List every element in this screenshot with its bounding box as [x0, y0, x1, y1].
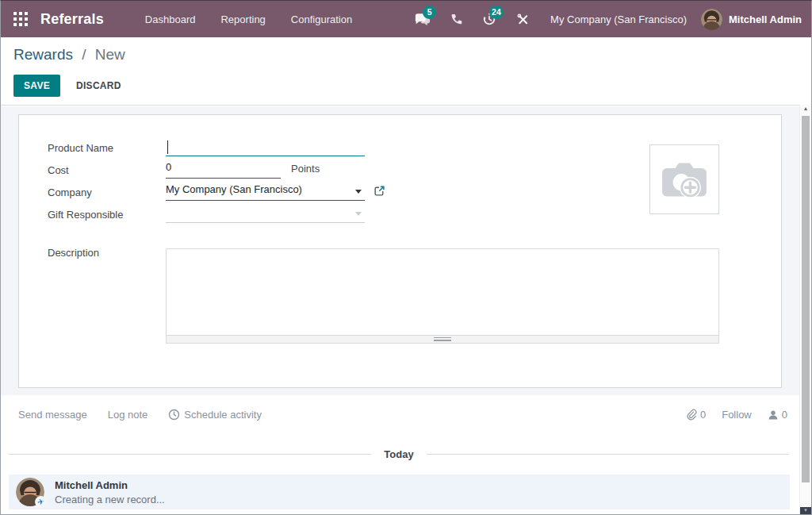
breadcrumb-separator: / [82, 46, 86, 63]
discard-button[interactable]: DISCARD [67, 75, 131, 97]
description-textarea[interactable] [166, 248, 719, 336]
odoo-referrals-screen: Referrals Dashboard Reporting Configurat… [0, 0, 812, 515]
company-select[interactable]: My Company (San Francisco) [166, 183, 365, 201]
breadcrumb-rewards-link[interactable]: Rewards [13, 46, 73, 63]
message-text: Creating a new record... [55, 494, 165, 505]
follow-label: Follow [722, 409, 752, 421]
menu-dashboard[interactable]: Dashboard [134, 9, 207, 30]
menu-reporting[interactable]: Reporting [209, 9, 276, 30]
message-author[interactable]: Mitchell Admin [55, 479, 165, 491]
form-action-buttons: SAVE DISCARD [13, 75, 131, 97]
scrollbar-thumb[interactable] [802, 116, 810, 482]
cost-field-row: 0 Points [166, 161, 499, 179]
company-switcher[interactable]: My Company (San Francisco) [550, 13, 687, 25]
debug-tools-button[interactable] [513, 10, 532, 29]
product-image-upload[interactable] [649, 144, 719, 214]
description-label: Description [48, 247, 163, 259]
text-cursor [167, 140, 168, 154]
attachments-button[interactable]: 0 [685, 409, 706, 421]
date-divider-label: Today [384, 448, 413, 460]
chatter-topbar-right: 0 Follow 0 [685, 409, 787, 421]
app-title: Referrals [40, 11, 104, 28]
cost-label: Cost [48, 164, 163, 176]
user-avatar [701, 9, 722, 30]
menu-configuration[interactable]: Configuration [280, 9, 363, 30]
chatter-message[interactable]: ✈ Mitchell Admin Creating a new record..… [9, 475, 790, 509]
apps-menu-button[interactable] [10, 9, 31, 29]
attachment-count: 0 [700, 409, 706, 421]
scroll-down-icon[interactable]: ▼ [800, 507, 811, 514]
date-divider: Today [9, 448, 789, 460]
main-menu: Dashboard Reporting Configuration [134, 9, 363, 30]
clock-icon [168, 409, 180, 421]
phone-icon [450, 13, 463, 26]
cost-unit-label: Points [291, 163, 320, 175]
user-name: Mitchell Admin [729, 13, 802, 25]
product-name-input[interactable] [166, 139, 365, 156]
schedule-activity-label: Schedule activity [184, 409, 262, 421]
send-message-button[interactable]: Send message [18, 409, 87, 421]
navbar-systray: 5 24 [406, 9, 802, 30]
activities-badge: 24 [489, 6, 504, 19]
textarea-resize-handle[interactable] [166, 336, 719, 344]
save-button[interactable]: SAVE [13, 75, 60, 97]
breadcrumb-current: New [95, 46, 125, 63]
message-avatar: ✈ [16, 478, 44, 506]
control-panel: Rewards / New SAVE DISCARD [1, 37, 811, 106]
gift-responsible-select[interactable] [166, 206, 365, 223]
form-view-area: Product Name Cost 0 Points Company My Co… [1, 106, 811, 395]
message-body: Mitchell Admin Creating a new record... [55, 479, 165, 505]
scroll-up-icon[interactable]: ▲ [800, 106, 811, 111]
user-menu[interactable]: Mitchell Admin [701, 9, 802, 30]
vertical-scrollbar[interactable]: ▲ ▼ [799, 105, 811, 514]
external-link-icon[interactable] [373, 185, 385, 197]
activities-button[interactable]: 24 [480, 10, 499, 29]
chevron-down-icon[interactable] [355, 212, 362, 216]
tools-icon [516, 13, 530, 26]
log-note-button[interactable]: Log note [108, 409, 148, 421]
avatar-image [701, 9, 722, 30]
camera-add-icon [659, 158, 710, 201]
followers-button[interactable]: 0 [768, 409, 787, 421]
form-sheet: Product Name Cost 0 Points Company My Co… [18, 114, 782, 388]
out-of-office-plane-icon: ✈ [34, 495, 48, 509]
apps-grid-icon [13, 12, 28, 26]
phone-button[interactable] [446, 10, 465, 29]
company-value: My Company (San Francisco) [166, 183, 302, 195]
schedule-activity-button[interactable]: Schedule activity [168, 409, 262, 421]
chatter: Send message Log note Schedule activity … [1, 395, 811, 514]
top-navbar: Referrals Dashboard Reporting Configurat… [1, 1, 811, 37]
messages-button[interactable]: 5 [413, 10, 432, 29]
gift-responsible-label: Gift Responsible [48, 209, 163, 221]
follower-count: 0 [782, 409, 787, 421]
chevron-down-icon[interactable] [355, 190, 362, 194]
person-icon [768, 409, 779, 421]
paperclip-icon [685, 409, 697, 421]
company-label: Company [48, 186, 163, 198]
breadcrumb: Rewards / New [13, 46, 125, 63]
resize-grip-icon [434, 337, 451, 341]
follow-button[interactable]: Follow [722, 409, 752, 421]
divider-line [9, 454, 371, 455]
chatter-buttons: Send message Log note Schedule activity [18, 409, 262, 421]
cost-input[interactable]: 0 [166, 161, 281, 179]
messages-badge: 5 [423, 6, 436, 19]
divider-line [427, 454, 789, 455]
product-name-label: Product Name [48, 142, 163, 154]
